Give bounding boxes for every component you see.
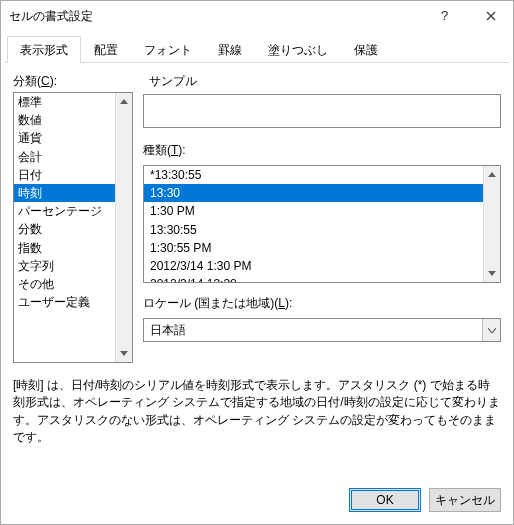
sample-label: サンプル xyxy=(149,73,501,90)
svg-text:?: ? xyxy=(441,9,448,23)
list-item[interactable]: 2012/3/14 1:30 PM xyxy=(144,257,483,275)
chevron-down-icon xyxy=(488,328,496,333)
scroll-up-icon[interactable] xyxy=(116,93,132,110)
cancel-button[interactable]: キャンセル xyxy=(429,488,501,512)
category-listbox[interactable]: 標準 数値 通貨 会計 日付 時刻 パーセンテージ 分数 指数 文字列 その他 … xyxy=(13,92,133,363)
type-scrollbar[interactable] xyxy=(483,166,500,282)
dialog-footer: OK キャンセル xyxy=(1,478,513,524)
ok-button[interactable]: OK xyxy=(349,488,421,512)
window-title: セルの書式設定 xyxy=(9,8,423,25)
scroll-down-icon[interactable] xyxy=(116,345,132,362)
tab-border[interactable]: 罫線 xyxy=(205,36,255,63)
titlebar: セルの書式設定 ? xyxy=(1,1,513,31)
locale-label: ロケール (国または地域)(L): xyxy=(143,295,501,312)
tab-display-format[interactable]: 表示形式 xyxy=(7,36,81,63)
type-label: 種類(T): xyxy=(143,142,501,159)
sample-box xyxy=(143,94,501,128)
locale-value: 日本語 xyxy=(144,322,482,339)
scroll-up-icon[interactable] xyxy=(484,166,500,183)
upper-area: 分類(C): 標準 数値 通貨 会計 日付 時刻 パーセンテージ 分数 指数 文… xyxy=(13,73,501,363)
right-column: サンプル 種類(T): *13:30:55 13:30 1:30 PM 13:3… xyxy=(143,73,501,363)
description-text: [時刻] は、日付/時刻のシリアル値を時刻形式で表示します。アスタリスク (*)… xyxy=(13,377,501,447)
help-button[interactable]: ? xyxy=(423,1,468,31)
tab-font[interactable]: フォント xyxy=(131,36,205,63)
list-item[interactable]: 13:30:55 xyxy=(144,221,483,239)
dialog-window: セルの書式設定 ? 表示形式 配置 フォント 罫線 塗りつぶし 保護 分類(C)… xyxy=(0,0,514,525)
combo-dropdown-button[interactable] xyxy=(482,319,500,341)
category-scrollbar[interactable] xyxy=(115,93,132,362)
category-label: 分類(C): xyxy=(13,73,133,90)
type-listbox[interactable]: *13:30:55 13:30 1:30 PM 13:30:55 1:30:55… xyxy=(143,165,501,283)
tab-alignment[interactable]: 配置 xyxy=(81,36,131,63)
list-item[interactable]: 1:30:55 PM xyxy=(144,239,483,257)
tab-fill[interactable]: 塗りつぶし xyxy=(255,36,341,63)
help-icon: ? xyxy=(441,9,451,23)
category-column: 分類(C): 標準 数値 通貨 会計 日付 時刻 パーセンテージ 分数 指数 文… xyxy=(13,73,133,363)
scroll-thumb[interactable] xyxy=(486,183,498,265)
list-item[interactable]: *13:30:55 xyxy=(144,166,483,184)
tab-strip: 表示形式 配置 フォント 罫線 塗りつぶし 保護 xyxy=(5,33,509,63)
list-item[interactable]: 2012/3/14 13:30 xyxy=(144,275,483,282)
tab-protection[interactable]: 保護 xyxy=(341,36,391,63)
scroll-down-icon[interactable] xyxy=(484,265,500,282)
tab-pane: 分類(C): 標準 数値 通貨 会計 日付 時刻 パーセンテージ 分数 指数 文… xyxy=(1,63,513,478)
close-icon xyxy=(486,11,496,21)
type-list-inner: *13:30:55 13:30 1:30 PM 13:30:55 1:30:55… xyxy=(144,166,483,282)
locale-combobox[interactable]: 日本語 xyxy=(143,318,501,342)
list-item[interactable]: 13:30 xyxy=(144,184,483,202)
list-item[interactable]: 1:30 PM xyxy=(144,202,483,220)
close-button[interactable] xyxy=(468,1,513,31)
